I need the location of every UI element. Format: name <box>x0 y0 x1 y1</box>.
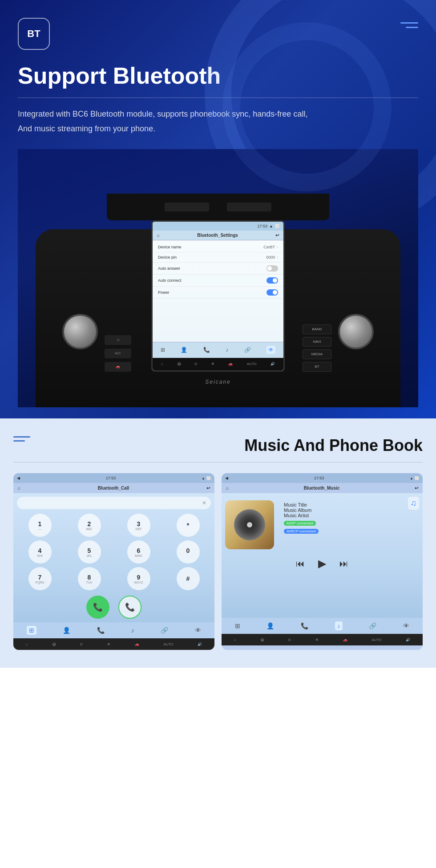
auto-answer-toggle[interactable] <box>266 265 278 272</box>
music-bar-home[interactable]: ⌂ <box>234 638 236 642</box>
music-nav-eye[interactable]: 👁 <box>403 622 409 629</box>
music-bottom-bar2: ⌂ ⏻ D ❄ 🚗 AUTO 🔊 <box>222 634 423 645</box>
knob-left[interactable] <box>62 314 98 349</box>
hu-nav-grid[interactable]: ⊞ <box>161 347 165 353</box>
music-bar-snow[interactable]: ❄ <box>315 638 319 642</box>
hu-back-icon[interactable]: ↩ <box>275 233 279 238</box>
phone-signal-up: ▲ <box>202 476 205 480</box>
phone-nav-music[interactable]: ♪ <box>131 627 134 634</box>
power-toggle[interactable] <box>266 289 278 296</box>
bt-button[interactable]: BT <box>303 362 331 372</box>
play-button[interactable]: ▶ <box>318 557 326 570</box>
hu-bar-car2[interactable]: 🚗 <box>228 362 233 366</box>
car-background: ⚠ A/C 🚗 BAND NAVI MEDIA BT 17:53 <box>18 149 418 407</box>
music-signal-up: ▲ <box>410 476 413 480</box>
car-button[interactable]: 🚗 <box>105 362 131 372</box>
dial-key-1[interactable]: 1— <box>28 514 52 537</box>
hu-nav-link[interactable]: 🔗 <box>244 347 251 353</box>
phone-bar-power[interactable]: ⏻ <box>52 642 56 646</box>
music-nav-music[interactable]: ♪ <box>335 621 343 630</box>
hu-bar-power[interactable]: ⏻ <box>177 362 181 366</box>
dial-key-9[interactable]: 9WXYZ <box>127 567 150 590</box>
music-bottom-nav: ⊞ 👤 📞 ♪ 🔗 👁 <box>222 618 423 634</box>
side-buttons-left: ⚠ A/C 🚗 <box>105 335 131 372</box>
a2dp-badge: A2DP connected <box>284 521 316 526</box>
dial-key-6[interactable]: 6MNO <box>127 540 150 564</box>
dial-clear-icon[interactable]: ✕ <box>202 500 206 506</box>
hu-bar-vol[interactable]: 🔊 <box>270 362 275 366</box>
phone-back-arrow[interactable]: ◀ <box>17 476 20 480</box>
hu-bar-auto[interactable]: AUTO <box>247 362 257 366</box>
hu-nav-music[interactable]: ♪ <box>226 347 228 353</box>
dial-key-7[interactable]: 7PQRS <box>28 567 52 590</box>
media-button[interactable]: MEDIA <box>303 349 331 359</box>
auto-answer-row[interactable]: Auto answer <box>153 263 283 275</box>
hu-bar-dual[interactable]: D <box>195 362 198 366</box>
music-bar-dual[interactable]: D <box>288 638 291 642</box>
hu-nav-eye[interactable]: 👁 <box>266 346 275 354</box>
dial-search-bar[interactable]: ✕ <box>17 497 211 509</box>
phone-nav-person[interactable]: 👤 <box>63 627 70 634</box>
phone-nav-eye[interactable]: 👁 <box>195 627 201 634</box>
hu-nav-phone[interactable]: 📞 <box>203 347 210 353</box>
phone-nav-link[interactable]: 🔗 <box>161 627 168 634</box>
dial-key-8[interactable]: 8TUV <box>78 567 101 590</box>
next-button[interactable]: ⏭ <box>339 559 348 569</box>
music-nav-link[interactable]: 🔗 <box>369 622 376 629</box>
dial-key-4[interactable]: 4GHI <box>28 540 52 564</box>
prev-button[interactable]: ⏮ <box>296 559 305 569</box>
music-bar-power[interactable]: ⏻ <box>260 638 264 642</box>
music-note-icon: ♫ <box>408 497 420 510</box>
phone-time: 17:53 <box>106 476 116 480</box>
dial-key-hash[interactable]: # <box>177 567 200 590</box>
bottom-divider <box>13 462 423 462</box>
music-back-arrow[interactable]: ◀ <box>225 476 228 480</box>
device-pin-row: Device pin 0000 › <box>153 252 283 263</box>
music-battery: ⬜ <box>415 476 419 480</box>
music-home-icon[interactable]: ⌂ <box>226 486 229 491</box>
dial-key-5[interactable]: 5JKL <box>78 540 101 564</box>
hu-bar-home[interactable]: ⌂ <box>161 362 163 366</box>
phone-status-bar: ◀ 17:53 ▲ ⬜ <box>13 473 214 483</box>
phone-bar-snow[interactable]: ❄ <box>107 642 110 646</box>
phone-battery: ⬜ <box>206 476 211 480</box>
redial-button[interactable]: 📞 <box>118 596 141 619</box>
music-bar-car[interactable]: 🚗 <box>343 638 347 642</box>
phone-bar-auto[interactable]: AUTO <box>164 642 174 646</box>
hu-title-bar: ⌂ Bluetooth_Settings ↩ <box>153 231 283 240</box>
phone-home-icon[interactable]: ⌂ <box>18 486 20 491</box>
music-nav-phone[interactable]: 📞 <box>301 622 308 629</box>
dial-key-star[interactable]: * <box>177 514 200 537</box>
music-screen-title: Bluetooth_Music <box>304 486 340 491</box>
power-row[interactable]: Power <box>153 287 283 299</box>
phone-bar-car[interactable]: 🚗 <box>135 642 139 646</box>
music-back-icon[interactable]: ↩ <box>415 486 418 491</box>
dial-key-2[interactable]: 2ABC <box>78 514 101 537</box>
call-button[interactable]: 📞 <box>86 596 109 619</box>
dial-key-3[interactable]: 3DEF <box>127 514 150 537</box>
dial-key-0[interactable]: 0· <box>177 540 200 564</box>
ac-button[interactable]: A/C <box>105 349 131 358</box>
phone-nav-grid[interactable]: ⊞ <box>27 626 36 635</box>
phone-bar-vol[interactable]: 🔊 <box>198 642 202 646</box>
phone-bar-home[interactable]: ⌂ <box>25 642 28 646</box>
menu-icon[interactable] <box>400 18 418 28</box>
phone-back-icon[interactable]: ↩ <box>206 486 210 491</box>
music-bar-auto[interactable]: AUTO <box>372 638 382 642</box>
hu-nav-person[interactable]: 👤 <box>181 347 187 353</box>
music-nav-person[interactable]: 👤 <box>266 622 274 629</box>
hu-home-icon[interactable]: ⌂ <box>157 233 160 238</box>
music-nav-grid[interactable]: ⊞ <box>235 622 240 629</box>
auto-connect-toggle[interactable] <box>266 277 278 284</box>
hu-bar-snow[interactable]: ❄ <box>211 362 214 366</box>
warning-button[interactable]: ⚠ <box>105 335 131 345</box>
band-button[interactable]: BAND <box>303 324 331 334</box>
phone-nav-phone[interactable]: 📞 <box>97 627 105 634</box>
phone-bar-dual[interactable]: D <box>80 642 83 646</box>
device-pin-value: 0000 <box>266 255 275 260</box>
navi-button[interactable]: NAVI <box>303 337 331 347</box>
bottom-menu-icon[interactable] <box>13 436 30 442</box>
music-bar-vol[interactable]: 🔊 <box>406 638 410 642</box>
auto-connect-row[interactable]: Auto connect <box>153 275 283 287</box>
knob-right[interactable] <box>338 314 374 349</box>
